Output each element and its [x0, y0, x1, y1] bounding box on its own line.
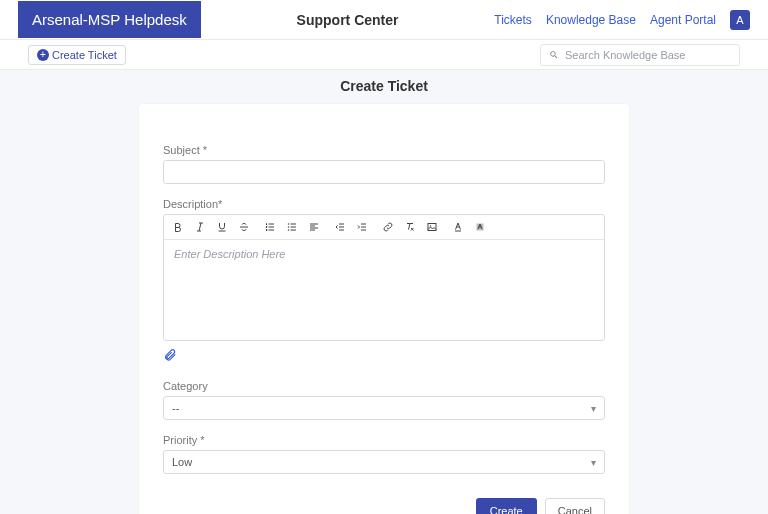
- italic-button[interactable]: [192, 219, 208, 235]
- plus-icon: +: [37, 49, 49, 61]
- clear-format-icon: [404, 221, 416, 233]
- underline-icon: [216, 221, 228, 233]
- cancel-button[interactable]: Cancel: [545, 498, 605, 514]
- category-label: Category: [163, 380, 605, 392]
- paperclip-icon: [163, 347, 177, 363]
- attachment-button[interactable]: [163, 347, 177, 366]
- svg-point-2: [288, 229, 290, 231]
- outdent-icon: [334, 221, 346, 233]
- text-color-icon: [452, 221, 464, 233]
- text-color-button[interactable]: [450, 219, 466, 235]
- center-title: Support Center: [201, 12, 495, 28]
- ordered-list-button[interactable]: [262, 219, 278, 235]
- unordered-list-button[interactable]: [284, 219, 300, 235]
- ordered-list-icon: [264, 221, 276, 233]
- priority-value: Low: [172, 456, 192, 468]
- rich-text-editor: Enter Description Here: [163, 214, 605, 341]
- link-icon: [382, 221, 394, 233]
- attach-row: [163, 347, 605, 366]
- search-input[interactable]: [565, 49, 731, 61]
- category-value: --: [172, 402, 179, 414]
- priority-select[interactable]: Low ▾: [163, 450, 605, 474]
- chevron-down-icon: ▾: [591, 403, 596, 414]
- editor-toolbar: [164, 215, 604, 240]
- avatar[interactable]: A: [730, 10, 750, 30]
- form-actions: Create Cancel: [163, 498, 605, 514]
- nav-links: Tickets Knowledge Base Agent Portal A: [494, 10, 750, 30]
- bold-button[interactable]: [170, 219, 186, 235]
- subject-input[interactable]: [163, 160, 605, 184]
- top-nav-bar: Arsenal-MSP Helpdesk Support Center Tick…: [0, 0, 768, 40]
- unordered-list-icon: [286, 221, 298, 233]
- image-icon: [426, 221, 438, 233]
- search-icon: [549, 50, 559, 60]
- description-field: Description*: [163, 198, 605, 366]
- indent-button[interactable]: [354, 219, 370, 235]
- toolbar: + Create Ticket: [0, 40, 768, 70]
- clear-format-button[interactable]: [402, 219, 418, 235]
- create-ticket-form: Subject * Description*: [139, 104, 629, 514]
- italic-icon: [194, 221, 206, 233]
- nav-knowledge-base[interactable]: Knowledge Base: [546, 13, 636, 27]
- subject-field: Subject *: [163, 144, 605, 184]
- svg-point-1: [288, 226, 290, 228]
- outdent-button[interactable]: [332, 219, 348, 235]
- strike-icon: [238, 221, 250, 233]
- search-box[interactable]: [540, 44, 740, 66]
- svg-rect-5: [455, 231, 461, 232]
- highlight-button[interactable]: [472, 219, 488, 235]
- submit-button[interactable]: Create: [476, 498, 537, 514]
- subject-label: Subject *: [163, 144, 605, 156]
- create-ticket-label: Create Ticket: [52, 49, 117, 61]
- indent-icon: [356, 221, 368, 233]
- priority-label: Priority *: [163, 434, 605, 446]
- align-button[interactable]: [306, 219, 322, 235]
- category-select[interactable]: -- ▾: [163, 396, 605, 420]
- svg-rect-3: [428, 224, 436, 231]
- image-button[interactable]: [424, 219, 440, 235]
- create-ticket-button[interactable]: + Create Ticket: [28, 45, 126, 65]
- priority-field: Priority * Low ▾: [163, 434, 605, 474]
- align-icon: [308, 221, 320, 233]
- link-button[interactable]: [380, 219, 396, 235]
- nav-agent-portal[interactable]: Agent Portal: [650, 13, 716, 27]
- nav-tickets[interactable]: Tickets: [494, 13, 532, 27]
- page-title: Create Ticket: [0, 78, 768, 94]
- strike-button[interactable]: [236, 219, 252, 235]
- description-label: Description*: [163, 198, 605, 210]
- category-field: Category -- ▾: [163, 380, 605, 420]
- underline-button[interactable]: [214, 219, 230, 235]
- chevron-down-icon: ▾: [591, 457, 596, 468]
- highlight-icon: [474, 221, 486, 233]
- svg-point-0: [288, 223, 290, 225]
- bold-icon: [172, 221, 184, 233]
- description-input[interactable]: Enter Description Here: [164, 240, 604, 340]
- app-logo[interactable]: Arsenal-MSP Helpdesk: [18, 1, 201, 38]
